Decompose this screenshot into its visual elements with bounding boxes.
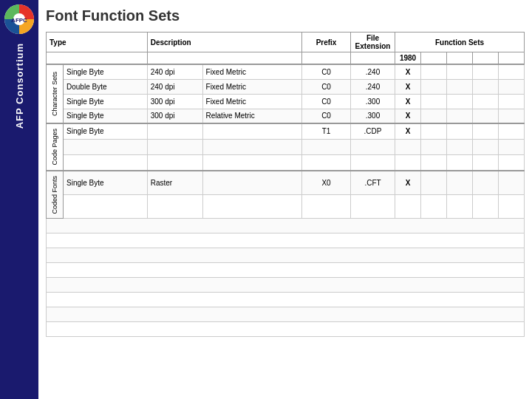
page-title: Font Function Sets (46, 7, 525, 24)
y1980-cell: X (395, 109, 421, 123)
table-row: Character Sets Single Byte 240 dpi Fixed… (47, 64, 525, 79)
table-wrapper: Type Description Prefix File Extension F… (46, 32, 525, 392)
table-row (47, 154, 525, 170)
y1980-cell: X (395, 79, 421, 94)
detail-cell (202, 123, 302, 139)
table-subheader-row: 1980 (47, 52, 525, 65)
table-row: Code Pages Single Byte T1 .CDP X (47, 123, 525, 139)
detail-cell: Fixed Metric (202, 94, 302, 109)
table-row (47, 278, 525, 293)
ext-cell: .240 (351, 64, 395, 79)
table-row (47, 307, 525, 322)
table-row: Coded Fonts Single Byte Raster X0 .CFT X (47, 171, 525, 195)
desc-cell: 240 dpi (147, 79, 202, 94)
ext-cell: .300 (351, 109, 395, 123)
col-1980: 1980 (395, 52, 421, 65)
desc-cell: Raster (147, 171, 202, 195)
detail-cell: Fixed Metric (202, 79, 302, 94)
prefix-cell: C0 (302, 79, 351, 94)
table-row (47, 322, 525, 337)
col-function-sets: Function Sets (395, 33, 525, 52)
table-row (47, 293, 525, 307)
prefix-cell: X0 (302, 171, 351, 195)
table-row: Double Byte 240 dpi Fixed Metric C0 .240… (47, 79, 525, 94)
detail-cell (202, 171, 302, 195)
col-prefix: Prefix (302, 33, 351, 52)
afpc-logo: AFPC (3, 3, 35, 35)
prefix-cell: C0 (302, 109, 351, 123)
col-description: Description (147, 33, 301, 52)
ext-cell: .240 (351, 79, 395, 94)
detail-cell: Relative Metric (202, 109, 302, 123)
desc-cell (147, 123, 202, 139)
table-row (47, 263, 525, 278)
font-function-sets-table: Type Description Prefix File Extension F… (46, 32, 525, 337)
main-content: Font Function Sets Type Description Pref… (38, 0, 532, 399)
section-coded-fonts: Coded Fonts (47, 171, 64, 219)
ext-cell: .CDP (351, 123, 395, 139)
col-type: Type (47, 33, 148, 52)
table-row (47, 233, 525, 248)
svg-text:AFPC: AFPC (11, 17, 27, 24)
detail-cell: Fixed Metric (202, 64, 302, 79)
table-header-row: Type Description Prefix File Extension F… (47, 33, 525, 52)
prefix-cell: T1 (302, 123, 351, 139)
table-body: Character Sets Single Byte 240 dpi Fixed… (47, 64, 525, 337)
table-row (47, 139, 525, 154)
prefix-cell: C0 (302, 94, 351, 109)
desc-cell: 300 dpi (147, 94, 202, 109)
subtype-cell: Single Byte (64, 171, 148, 195)
section-code-pages: Code Pages (47, 123, 64, 171)
ext-cell: .CFT (351, 171, 395, 195)
subtype-cell: Single Byte (64, 109, 148, 123)
table-row (47, 194, 525, 219)
ext-cell: .300 (351, 94, 395, 109)
table-row (47, 219, 525, 233)
y1980-cell: X (395, 123, 421, 139)
table-row (47, 248, 525, 263)
subtype-cell: Single Byte (64, 94, 148, 109)
sidebar: AFPC AFP Consortium (0, 0, 38, 399)
desc-cell: 300 dpi (147, 109, 202, 123)
table-row: Single Byte 300 dpi Relative Metric C0 .… (47, 109, 525, 123)
consortium-label: AFP Consortium (14, 43, 25, 129)
y1980-cell: X (395, 94, 421, 109)
table-row: Single Byte 300 dpi Fixed Metric C0 .300… (47, 94, 525, 109)
col-file-extension: File Extension (351, 33, 395, 52)
prefix-cell: C0 (302, 64, 351, 79)
section-character-sets: Character Sets (47, 64, 64, 123)
y1980-cell: X (395, 171, 421, 195)
y1980-cell: X (395, 64, 421, 79)
subtype-cell: Double Byte (64, 79, 148, 94)
desc-cell: 240 dpi (147, 64, 202, 79)
subtype-cell: Single Byte (64, 123, 148, 139)
subtype-cell: Single Byte (64, 64, 148, 79)
